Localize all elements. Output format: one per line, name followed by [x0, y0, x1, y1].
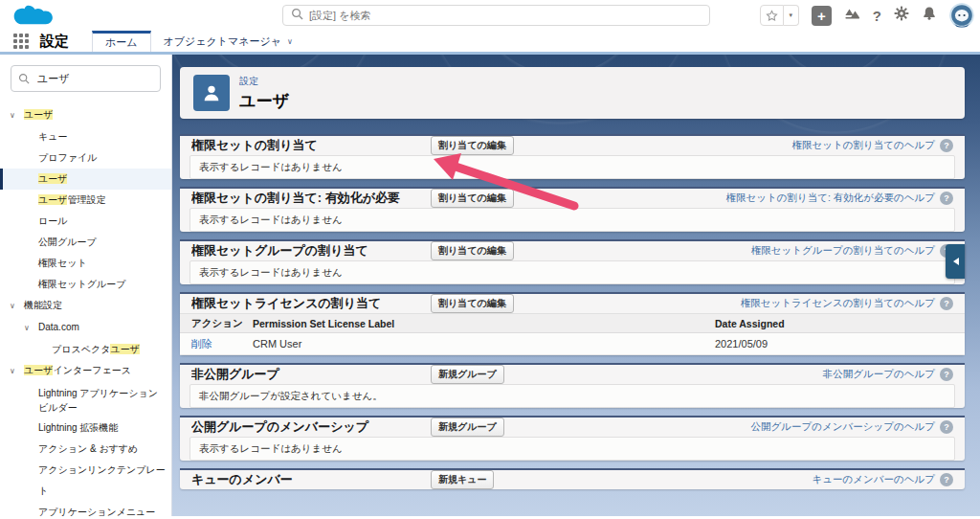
help-circle-icon[interactable]: ?	[940, 473, 953, 486]
app-name: 設定	[40, 33, 69, 51]
section-title: 公開グループのメンバーシップ	[191, 418, 431, 436]
new-group-button[interactable]: 新規グループ	[431, 365, 504, 384]
section-help-link[interactable]: 公開グループのメンバーシップのヘルプ	[751, 420, 935, 434]
empty-records-message: 非公開グループが設定されていません。	[189, 384, 955, 408]
sidebar-item-lightning-extensions[interactable]: Lightning 拡張機能	[0, 417, 171, 439]
empty-records-message: 表示するレコードはありません	[189, 155, 955, 179]
section-title: 権限セットの割り当て	[191, 137, 431, 154]
column-action: アクション	[191, 317, 253, 330]
empty-records-message: 表示するレコードはありません	[189, 260, 955, 284]
page-title: ユーザ	[239, 90, 289, 112]
column-license-label: Permission Set License Label	[253, 318, 715, 329]
section-permission-set-assignments: 権限セットの割り当て 割り当ての編集 権限セットの割り当てのヘルプ ? 表示する…	[180, 134, 965, 179]
sidebar-item-user-interface[interactable]: ∨ユーザインターフェース	[0, 360, 171, 382]
trailhead-icon[interactable]	[844, 7, 860, 24]
section-help-link[interactable]: キューのメンバーのヘルプ	[813, 473, 935, 486]
page-header: 設定 ユーザ	[180, 67, 965, 119]
section-help-link[interactable]: 権限セットグループの割り当てのヘルプ	[751, 244, 935, 258]
sidebar-item-datacom[interactable]: ∨Data.com	[0, 317, 171, 339]
notifications-bell-icon[interactable]	[922, 6, 937, 25]
delete-link[interactable]: 削除	[191, 338, 212, 350]
sidebar-item-feature-settings[interactable]: ∨機能設定	[0, 295, 171, 317]
salesforce-logo-icon	[10, 2, 56, 34]
user-avatar[interactable]	[949, 3, 974, 28]
sidebar-item-actions-recommendations[interactable]: アクション & おすすめ	[0, 439, 171, 460]
section-help-link[interactable]: 非公開グループのヘルプ	[823, 368, 935, 381]
sidebar-item-action-link-templates[interactable]: アクションリンクテンプレート	[0, 460, 171, 502]
section-permission-set-group-assignments: 権限セットグループの割り当て 割り当ての編集 権限セットグループの割り当てのヘル…	[180, 239, 965, 284]
setup-nav-bar: 設定 ホーム オブジェクトマネージャ ∨	[0, 31, 980, 55]
section-title: 権限セットの割り当て: 有効化が必要	[191, 190, 431, 207]
edit-assignments-button[interactable]: 割り当ての編集	[431, 189, 514, 208]
sidebar-item-public-groups[interactable]: 公開グループ	[0, 232, 171, 253]
section-title: キューのメンバー	[191, 471, 431, 488]
search-icon	[291, 7, 303, 24]
edit-assignments-button[interactable]: 割り当ての編集	[431, 136, 514, 155]
section-help-link[interactable]: 権限セットライセンスの割り当てのヘルプ	[741, 297, 935, 310]
section-help-link[interactable]: 権限セットの割り当て: 有効化が必要のヘルプ	[725, 192, 935, 205]
user-object-icon	[193, 75, 230, 111]
setup-sidebar: ∨ユーザ キュー プロファイル ユーザ ユーザ管理設定 ロール 公開グループ 権…	[0, 55, 172, 516]
global-search-box[interactable]	[282, 5, 710, 26]
sidebar-item-lightning-app-builder[interactable]: Lightning アプリケーションビルダー	[0, 382, 171, 417]
chevron-left-icon	[949, 258, 959, 265]
sidebar-item-roles[interactable]: ロール	[0, 211, 171, 232]
license-label-cell: CRM User	[253, 338, 715, 350]
edit-assignments-button[interactable]: 割り当ての編集	[431, 241, 514, 260]
empty-records-message: 表示するレコードはありません	[189, 437, 955, 461]
section-title: 非公開グループ	[191, 366, 431, 383]
help-circle-icon[interactable]: ?	[940, 368, 953, 381]
sidebar-item-permission-sets[interactable]: 権限セット	[0, 253, 171, 274]
setup-gear-icon[interactable]	[894, 6, 909, 25]
new-group-button[interactable]: 新規グループ	[431, 417, 504, 437]
license-assignments-table: アクション Permission Set License Label Date …	[180, 313, 965, 355]
table-header-row: アクション Permission Set License Label Date …	[180, 314, 965, 333]
chevron-down-icon[interactable]: ∨	[10, 105, 24, 126]
favorites-caret-icon[interactable]: ▾	[784, 5, 799, 26]
new-queue-button[interactable]: 新規キュー	[431, 470, 494, 489]
tab-object-manager[interactable]: オブジェクトマネージャ ∨	[151, 31, 305, 52]
app-launcher-icon[interactable]	[13, 34, 29, 49]
section-permission-set-assignments-activation-required: 権限セットの割り当て: 有効化が必要 割り当ての編集 権限セットの割り当て: 有…	[180, 187, 965, 232]
sidebar-item-users-group[interactable]: ∨ユーザ	[0, 104, 171, 126]
sidebar-item-app-menu[interactable]: アプリケーションメニュー	[0, 502, 171, 516]
breadcrumb: 設定	[239, 75, 289, 88]
add-icon[interactable]: +	[812, 6, 832, 26]
sidebar-item-queues[interactable]: キュー	[0, 126, 171, 147]
tab-home[interactable]: ホーム	[92, 31, 151, 52]
sidebar-search-box[interactable]	[11, 65, 161, 92]
sidebar-item-prospector-users[interactable]: プロスペクタユーザ	[0, 339, 171, 360]
section-queue-membership: キューのメンバー 新規キュー キューのメンバーのヘルプ ?	[180, 468, 965, 489]
column-date-assigned: Date Assigned	[715, 318, 953, 329]
section-personal-groups: 非公開グループ 新規グループ 非公開グループのヘルプ ? 非公開グループが設定さ…	[180, 363, 965, 408]
favorites-control: ▾	[760, 5, 799, 26]
table-row: 削除 CRM User 2021/05/09	[180, 333, 965, 355]
global-search-input[interactable]	[309, 10, 702, 21]
side-panel-toggle[interactable]	[946, 244, 965, 279]
edit-assignments-button[interactable]: 割り当ての編集	[431, 294, 514, 313]
sidebar-search-input[interactable]	[11, 65, 161, 92]
global-header: ▾ + ?	[0, 0, 980, 31]
section-help-link[interactable]: 権限セットの割り当てのヘルプ	[792, 139, 935, 152]
help-circle-icon[interactable]: ?	[940, 192, 953, 205]
sidebar-item-profiles[interactable]: プロファイル	[0, 147, 171, 169]
help-circle-icon[interactable]: ?	[940, 139, 953, 152]
chevron-down-icon[interactable]: ∨	[10, 361, 24, 382]
help-icon[interactable]: ?	[873, 8, 881, 24]
chevron-down-icon[interactable]: ∨	[10, 296, 24, 317]
help-circle-icon[interactable]: ?	[940, 420, 953, 434]
main-content: 設定 ユーザ 権限セットの割り当て 割り当ての編集 権限セットの割り当てのヘルプ…	[172, 55, 980, 516]
date-assigned-cell: 2021/05/09	[715, 338, 953, 350]
chevron-down-icon[interactable]: ∨	[24, 318, 38, 339]
sidebar-item-user-management-settings[interactable]: ユーザ管理設定	[0, 190, 171, 211]
section-public-group-membership: 公開グループのメンバーシップ 新規グループ 公開グループのメンバーシップのヘルプ…	[180, 416, 965, 461]
section-permission-set-license-assignments: 権限セットライセンスの割り当て 割り当ての編集 権限セットライセンスの割り当ての…	[180, 292, 965, 355]
chevron-down-icon: ∨	[287, 37, 293, 46]
section-title: 権限セットグループの割り当て	[191, 242, 431, 260]
sidebar-item-users[interactable]: ユーザ	[0, 169, 171, 190]
help-circle-icon[interactable]: ?	[940, 297, 953, 310]
section-title: 権限セットライセンスの割り当て	[191, 295, 431, 312]
sidebar-item-permission-set-groups[interactable]: 権限セットグループ	[0, 274, 171, 295]
favorite-star-icon[interactable]	[760, 5, 784, 26]
empty-records-message: 表示するレコードはありません	[189, 208, 955, 232]
